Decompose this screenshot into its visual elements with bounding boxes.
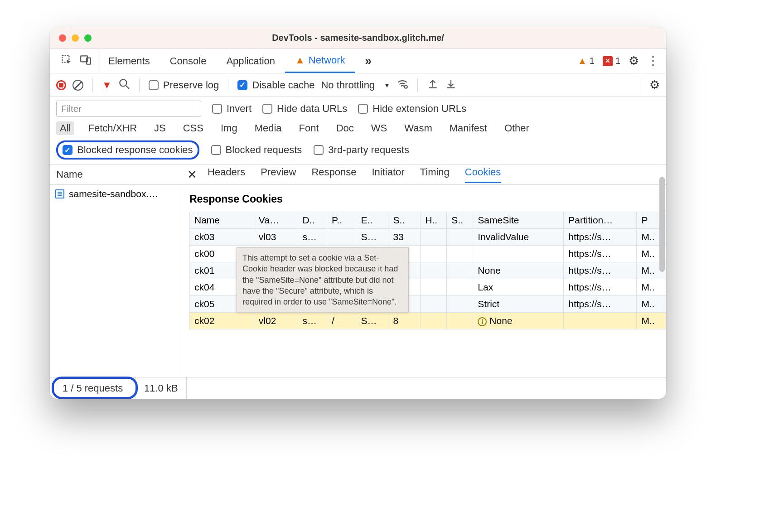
table-cell: /	[327, 313, 356, 329]
blocked-cookies-label: Blocked response cookies	[77, 144, 193, 156]
status-bar: 1 / 5 requests 11.0 kB	[50, 377, 666, 399]
col-partition[interactable]: Partition…	[564, 212, 637, 229]
table-cell: vl02	[254, 313, 298, 329]
checkbox-icon	[237, 80, 247, 90]
resource-type-filters: All Fetch/XHR JS CSS Img Media Font Doc …	[56, 121, 660, 135]
blocked-response-cookies-checkbox[interactable]: Blocked response cookies	[63, 144, 193, 156]
upload-har-icon[interactable]	[427, 78, 439, 92]
col-name[interactable]: Name	[190, 212, 254, 229]
detail-tab-initiator[interactable]: Initiator	[372, 166, 404, 183]
table-cell: s…	[298, 313, 327, 329]
col-expires[interactable]: E..	[356, 212, 388, 229]
disable-cache-checkbox[interactable]: Disable cache	[237, 79, 314, 91]
tab-elements[interactable]: Elements	[98, 49, 160, 73]
type-js[interactable]: JS	[150, 121, 169, 135]
request-row[interactable]: samesite-sandbox.…	[50, 185, 181, 203]
warning-count-value: 1	[590, 56, 595, 66]
col-domain[interactable]: D..	[298, 212, 327, 229]
blocked-requests-checkbox[interactable]: Blocked requests	[211, 144, 302, 156]
hide-data-urls-checkbox[interactable]: Hide data URLs	[262, 103, 347, 115]
hide-extension-urls-checkbox[interactable]: Hide extension URLs	[358, 103, 466, 115]
detail-tab-headers[interactable]: Headers	[208, 166, 245, 183]
invert-checkbox[interactable]: Invert	[212, 103, 252, 115]
col-samesite[interactable]: SameSite	[473, 212, 564, 229]
table-cell	[421, 279, 447, 296]
search-icon[interactable]	[118, 78, 130, 92]
type-css[interactable]: CSS	[179, 121, 207, 135]
preserve-log-checkbox[interactable]: Preserve log	[149, 79, 219, 91]
col-size[interactable]: S..	[388, 212, 421, 229]
tab-application[interactable]: Application	[216, 49, 285, 73]
type-img[interactable]: Img	[217, 121, 241, 135]
invert-label: Invert	[227, 103, 252, 115]
more-tabs-button[interactable]: »	[355, 49, 382, 73]
table-cell: M..	[637, 296, 666, 313]
table-cell: s…	[298, 229, 327, 246]
type-media[interactable]: Media	[251, 121, 285, 135]
network-conditions-icon[interactable]	[397, 78, 408, 92]
type-all[interactable]: All	[56, 121, 74, 135]
detail-tab-timing[interactable]: Timing	[420, 166, 450, 183]
close-window-button[interactable]	[59, 34, 66, 42]
detail-tab-preview[interactable]: Preview	[261, 166, 296, 183]
col-path[interactable]: P..	[327, 212, 356, 229]
type-fetchxhr[interactable]: Fetch/XHR	[84, 121, 140, 135]
checkbox-icon	[149, 80, 159, 90]
name-column-header[interactable]: Name	[50, 169, 181, 180]
blocked-requests-label: Blocked requests	[226, 144, 302, 156]
table-row[interactable]: ck02vl02s…/S…8iNoneM..	[190, 313, 666, 329]
info-icon: i	[478, 317, 487, 326]
thirdparty-requests-checkbox[interactable]: 3rd-party requests	[314, 144, 409, 156]
table-cell: InvalidValue	[473, 229, 564, 246]
table-cell: ck03	[190, 229, 254, 246]
record-button[interactable]	[56, 80, 66, 90]
error-count[interactable]: 1	[603, 56, 620, 66]
request-name: samesite-sandbox.…	[69, 189, 158, 199]
zoom-window-button[interactable]	[84, 34, 92, 42]
col-httponly[interactable]: H..	[421, 212, 447, 229]
device-toggle-icon[interactable]	[80, 54, 92, 68]
tab-console[interactable]: Console	[160, 49, 217, 73]
type-doc[interactable]: Doc	[333, 121, 358, 135]
col-value[interactable]: Va…	[254, 212, 298, 229]
table-cell	[447, 229, 473, 246]
table-row[interactable]: ck03vl03s…S…33InvalidValuehttps://s…M..	[190, 229, 666, 246]
download-har-icon[interactable]	[445, 78, 457, 92]
detail-tab-cookies[interactable]: Cookies	[465, 166, 501, 183]
close-detail-button[interactable]: ✕	[181, 168, 203, 182]
error-icon	[603, 56, 613, 66]
filter-bar: Filter Invert Hide data URLs Hide extens…	[50, 97, 666, 164]
warning-count[interactable]: ▲ 1	[578, 56, 595, 66]
status-transfer-size: 11.0 kB	[136, 377, 187, 399]
col-secure[interactable]: S..	[447, 212, 473, 229]
tab-network-label: Network	[309, 54, 345, 66]
type-manifest[interactable]: Manifest	[446, 121, 491, 135]
settings-gear-icon[interactable]: ⚙	[629, 54, 639, 68]
clear-button[interactable]	[73, 80, 83, 91]
detail-tab-response[interactable]: Response	[311, 166, 356, 183]
filter-input[interactable]: Filter	[56, 101, 201, 117]
throttling-select[interactable]: No throttling ▼	[321, 79, 390, 91]
table-cell: 8	[388, 313, 421, 329]
table-cell	[447, 279, 473, 296]
minimize-window-button[interactable]	[72, 34, 79, 42]
kebab-menu-icon[interactable]: ⋮	[647, 54, 659, 68]
table-cell: M..	[637, 313, 666, 329]
inspect-icon[interactable]	[61, 54, 73, 68]
type-wasm[interactable]: Wasm	[401, 121, 436, 135]
tab-network[interactable]: ▲ Network	[285, 49, 355, 73]
cookies-detail-panel: Response Cookies Name Va… D.. P.. E.. S.…	[181, 185, 666, 377]
network-settings-icon[interactable]: ⚙	[649, 78, 660, 92]
table-cell: https://s…	[564, 279, 637, 296]
disable-cache-label: Disable cache	[252, 79, 314, 91]
type-ws[interactable]: WS	[368, 121, 391, 135]
table-cell	[421, 246, 447, 262]
table-cell	[564, 313, 637, 329]
filter-toggle-icon[interactable]: ▼	[102, 79, 112, 91]
type-other[interactable]: Other	[501, 121, 533, 135]
titlebar: DevTools - samesite-sandbox.glitch.me/	[50, 27, 666, 49]
scrollbar[interactable]	[659, 177, 665, 272]
table-cell	[421, 313, 447, 329]
type-font[interactable]: Font	[295, 121, 323, 135]
network-toolbar: ▼ Preserve log Disable cache No throttli…	[50, 73, 666, 97]
